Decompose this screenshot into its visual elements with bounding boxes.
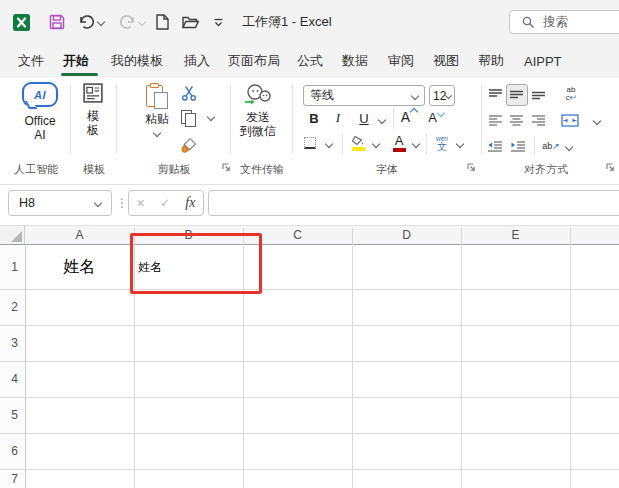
tab-review[interactable]: 审阅 [388,44,414,78]
font-name-select[interactable]: 等线 [303,85,425,106]
group-label-clipboard: 剪贴板 [118,162,230,176]
office-ai-button[interactable]: AI Office AI [8,82,72,142]
orientation-button[interactable]: ab↗ [540,136,562,156]
tab-help[interactable]: 帮助 [478,44,504,78]
column-header-d[interactable]: D [352,226,461,244]
undo-icon[interactable] [76,12,96,32]
template-icon [83,83,103,103]
tab-page-layout[interactable]: 页面布局 [228,44,280,78]
merge-chevron-icon[interactable] [592,116,602,126]
align-right-button[interactable] [530,112,546,128]
align-bottom-button[interactable] [530,86,546,102]
font-size-select[interactable]: 12 [429,85,455,106]
new-file-icon[interactable] [152,12,172,32]
phonetic-chevron-icon[interactable] [455,139,465,149]
insert-function-button[interactable]: fx [185,195,195,211]
fill-color-chevron-icon[interactable] [371,139,381,149]
row-header-2[interactable]: 2 [0,289,25,325]
tab-insert[interactable]: 插入 [184,44,210,78]
bold-button[interactable]: B [306,109,322,127]
clipboard-dialog-launcher[interactable] [221,162,231,172]
underline-chevron-icon[interactable] [377,115,387,125]
font-name-chevron-icon [411,91,419,99]
redo-chevron-icon [137,12,147,32]
phonetic-guide-button[interactable]: wén 文 [433,131,451,155]
column-header-a[interactable]: A [25,226,134,244]
row-header-4[interactable]: 4 [0,361,25,397]
search-placeholder: 搜索 [543,14,568,31]
row-header-1[interactable]: 1 [0,245,25,289]
open-folder-icon[interactable] [180,12,200,32]
paste-button[interactable]: 粘贴 [138,83,176,136]
select-all-corner[interactable] [0,226,25,244]
decrease-indent-button[interactable] [487,138,503,154]
active-tab-indicator [61,73,98,76]
orientation-chevron-icon[interactable] [564,142,574,152]
tab-formulas[interactable]: 公式 [297,44,323,78]
underline-button[interactable]: U [356,109,372,127]
shrink-font-button[interactable]: A [426,107,446,127]
tab-file[interactable]: 文件 [18,44,44,78]
shrink-font-caret-icon [437,109,445,117]
cut-button[interactable] [178,82,200,104]
tab-view[interactable]: 视图 [433,44,459,78]
enter-icon: ✓ [160,196,170,210]
formula-buttons: × ✓ fx [128,190,204,216]
grow-font-button[interactable]: A [399,107,419,127]
paste-chevron-icon [153,129,161,137]
fill-color-button[interactable] [349,132,367,154]
font-dialog-launcher[interactable] [466,162,476,172]
format-painter-button[interactable] [176,135,200,155]
wrap-text-icon: ab c↩ [566,86,577,102]
group-label-alignment: 对齐方式 [484,162,608,176]
borders-button[interactable] [302,135,318,151]
copy-button[interactable] [178,107,200,129]
template-button[interactable]: 模 板 [74,83,112,137]
document-title: 工作簿1 - Excel [242,0,332,44]
title-bar: 工作簿1 - Excel 搜索 [0,0,619,44]
row-header-3[interactable]: 3 [0,325,25,361]
dialog-launcher-icon [221,162,231,172]
cancel-icon: × [137,195,145,211]
align-top-button[interactable] [487,86,503,102]
group-label-file-transfer: 文件传输 [232,162,292,176]
cell-a1[interactable]: 姓名 [25,245,134,289]
tab-my-templates[interactable]: 我的模板 [111,44,163,78]
tab-aippt[interactable]: AIPPT [524,44,562,78]
align-middle-button[interactable] [508,86,524,102]
wrap-text-button[interactable]: ab c↩ [558,82,584,106]
formula-bar-separator: ⋮ [116,190,128,216]
copy-icon [181,110,197,127]
align-left-button[interactable] [487,112,503,128]
alignment-dialog-launcher[interactable] [605,162,615,172]
align-center-button[interactable] [508,112,524,128]
group-label-font: 字体 [294,162,480,176]
font-color-chevron-icon[interactable] [411,139,421,149]
save-icon[interactable] [47,12,67,32]
formula-input[interactable] [208,190,619,216]
cut-icon [181,85,197,101]
name-box[interactable]: H8 [8,190,112,216]
group-label-template: 模板 [72,162,116,176]
excel-window: 工作簿1 - Excel 搜索 文件 开始 我的模板 插入 页面布局 公式 数据… [0,0,619,488]
name-box-chevron-icon [94,199,102,207]
fill-color-icon [351,135,365,146]
column-header-e[interactable]: E [461,226,570,244]
merge-center-button[interactable] [560,111,580,129]
row-header-7[interactable]: 7 [0,469,25,488]
send-to-wechat-button[interactable]: 发送 到微信 [236,83,280,138]
excel-logo-icon [11,12,31,32]
search-box[interactable]: 搜索 [509,10,619,34]
increase-indent-button[interactable] [510,138,526,154]
qat-customize-icon[interactable] [212,12,224,32]
undo-chevron-icon[interactable] [96,12,106,32]
column-header-f-partial[interactable] [570,226,619,244]
font-color-button[interactable]: A [391,131,407,155]
italic-button[interactable]: I [330,109,346,127]
row-header-6[interactable]: 6 [0,433,25,469]
tab-data[interactable]: 数据 [342,44,368,78]
copy-chevron-icon[interactable] [205,111,217,123]
annotation-red-box [130,233,262,294]
borders-chevron-icon[interactable] [324,139,334,149]
row-header-5[interactable]: 5 [0,397,25,433]
